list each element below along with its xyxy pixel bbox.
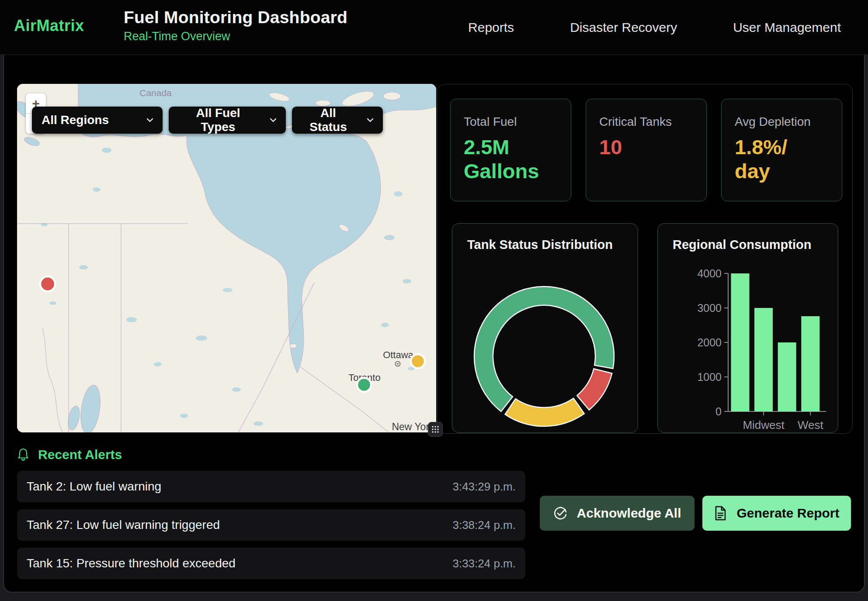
metrics-panel: Total Fuel 2.5MGallons Critical Tanks 10…: [437, 84, 853, 434]
y-tick-label: 2000: [697, 336, 722, 349]
donut-segment-critical[interactable]: [577, 369, 612, 410]
map-panel: Canada Ottawa Toronto New York + − All: [17, 84, 436, 432]
stat-label: Avg Depletion: [735, 115, 829, 129]
bar-2[interactable]: [778, 342, 796, 411]
nav-user-management[interactable]: User Management: [733, 20, 841, 35]
generate-report-button[interactable]: Generate Report: [702, 496, 851, 531]
city-label-ottawa: Ottawa: [383, 349, 413, 360]
bar-0[interactable]: [731, 273, 750, 411]
chevron-down-icon: [146, 116, 154, 124]
title-block: Fuel Monitoring Dashboard Real-Time Over…: [124, 8, 347, 43]
stat-card-avg-depletion: Avg Depletion 1.8%/day: [721, 99, 842, 201]
donut-segment-warning[interactable]: [505, 398, 584, 426]
x-tick-label: West: [798, 418, 824, 432]
y-tick-label: 1000: [697, 371, 722, 383]
x-tick-label: Midwest: [743, 418, 785, 432]
y-tick-label: 3000: [697, 302, 722, 314]
stat-card-critical-tanks: Critical Tanks 10: [586, 99, 707, 201]
region-filter-value: All Regions: [42, 113, 109, 127]
alert-message: Tank 2: Low fuel warning: [27, 471, 161, 502]
tank-marker-normal[interactable]: [357, 378, 371, 392]
stats-row: Total Fuel 2.5MGallons Critical Tanks 10…: [450, 99, 842, 201]
status-filter-select[interactable]: All Status: [292, 107, 383, 134]
map-resize-handle[interactable]: [428, 422, 443, 437]
nav-disaster-recovery[interactable]: Disaster Recovery: [570, 20, 677, 35]
tank-marker-warning[interactable]: [411, 354, 425, 368]
tank-status-donut-chart[interactable]: [452, 224, 639, 433]
alert-message: Tank 27: Low fuel warning triggered: [27, 509, 220, 541]
region-filter-select[interactable]: All Regions: [32, 107, 163, 134]
bell-icon: [17, 448, 29, 462]
alert-row[interactable]: Tank 2: Low fuel warning 3:43:29 p.m.: [17, 471, 525, 502]
alert-time: 3:43:29 p.m.: [452, 471, 516, 502]
brand-logo[interactable]: AirMatrix: [14, 17, 84, 35]
regional-consumption-bar-chart[interactable]: 01000200030004000MidwestWest: [658, 224, 839, 433]
stat-label: Total Fuel: [464, 115, 558, 129]
stat-label: Critical Tanks: [599, 115, 693, 129]
alert-time: 3:38:24 p.m.: [452, 509, 516, 541]
stat-value: 2.5MGallons: [464, 135, 558, 183]
y-tick-label: 0: [715, 405, 722, 418]
tank-marker-critical[interactable]: [40, 276, 55, 291]
recent-alerts-title: Recent Alerts: [38, 447, 122, 462]
status-filter-value: All Status: [302, 106, 355, 134]
main-nav: Reports Disaster Recovery User Managemen…: [468, 0, 841, 55]
map-filters: All Regions All Fuel Types All Status: [32, 107, 383, 134]
chevron-down-icon: [269, 116, 277, 124]
page-subtitle: Real-Time Overview: [124, 30, 347, 43]
stat-value: 10: [599, 135, 693, 159]
check-circle-icon: [553, 506, 567, 520]
alert-row[interactable]: Tank 27: Low fuel warning triggered 3:38…: [17, 509, 525, 541]
nav-reports[interactable]: Reports: [468, 20, 514, 35]
y-tick-label: 4000: [697, 267, 722, 280]
recent-alerts-heading: Recent Alerts: [17, 447, 122, 462]
bar-1[interactable]: [754, 308, 773, 411]
document-icon: [714, 506, 727, 521]
page-title: Fuel Monitoring Dashboard: [124, 8, 347, 27]
acknowledge-all-button[interactable]: Acknowledge All: [540, 496, 694, 531]
stat-value: 1.8%/day: [735, 135, 829, 183]
country-label: Canada: [139, 88, 172, 98]
drag-dots-icon: [431, 425, 440, 434]
fuel-type-filter-value: All Fuel Types: [178, 106, 258, 134]
stat-card-total-fuel: Total Fuel 2.5MGallons: [450, 99, 571, 201]
fuel-monitoring-dashboard: AirMatrix Fuel Monitoring Dashboard Real…: [0, 0, 868, 601]
alert-row[interactable]: Tank 15: Pressure threshold exceeded 3:3…: [17, 548, 525, 579]
app-header: AirMatrix Fuel Monitoring Dashboard Real…: [0, 0, 868, 55]
fuel-type-filter-select[interactable]: All Fuel Types: [169, 107, 286, 134]
map-canvas[interactable]: Canada Ottawa Toronto New York: [17, 84, 436, 432]
generate-report-label: Generate Report: [736, 506, 839, 521]
alert-time: 3:33:24 p.m.: [452, 548, 516, 579]
acknowledge-all-label: Acknowledge All: [577, 506, 681, 521]
regional-consumption-chart-card: Regional Consumption 01000200030004000Mi…: [657, 223, 838, 433]
tank-status-chart-card: Tank Status Distribution: [452, 223, 638, 433]
alert-message: Tank 15: Pressure threshold exceeded: [27, 548, 236, 579]
dashboard-content: Canada Ottawa Toronto New York + − All: [3, 55, 865, 592]
chevron-down-icon: [366, 116, 374, 124]
bar-3[interactable]: [801, 316, 819, 411]
